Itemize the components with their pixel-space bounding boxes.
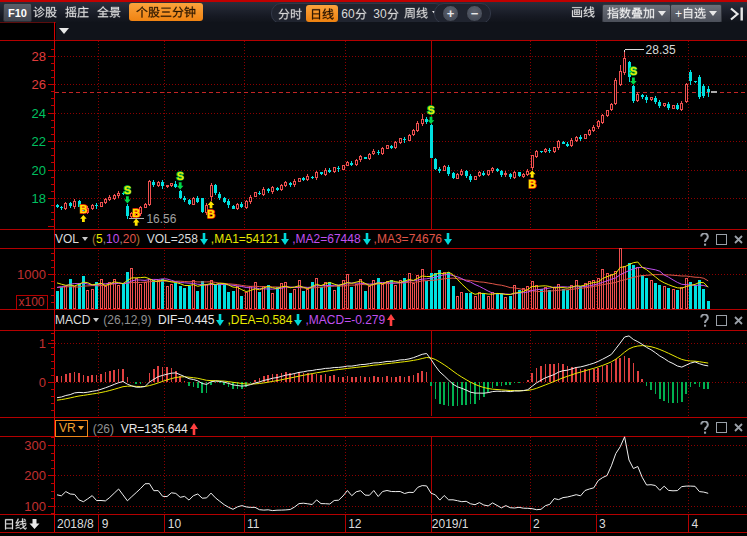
stock-chart-app: F10 60 30 + − + — [0, 0, 747, 536]
help-icon[interactable] — [700, 233, 709, 246]
help-icon[interactable] — [700, 314, 709, 327]
kline-chart-canvas[interactable]: 2018/891011122019/12341820222426281000x1… — [0, 0, 747, 536]
close-icon[interactable] — [734, 423, 743, 432]
svg-text:11: 11 — [247, 517, 260, 531]
svg-text:S: S — [124, 184, 131, 196]
vr-pane-buttons — [700, 421, 743, 434]
svg-text:1: 1 — [39, 336, 46, 351]
svg-text:20: 20 — [32, 163, 46, 178]
svg-text:x100: x100 — [18, 295, 44, 309]
svg-text:10: 10 — [168, 517, 182, 531]
vr-series — [57, 437, 708, 511]
svg-text:0: 0 — [39, 375, 46, 390]
svg-text:B: B — [132, 207, 140, 219]
svg-text:300: 300 — [24, 438, 46, 453]
svg-text:2: 2 — [533, 517, 540, 531]
candlestick-series — [56, 51, 718, 219]
chevron-down-icon — [82, 237, 88, 241]
indicator-selector-vr: VR(26) VR=135.644 — [55, 420, 201, 437]
svg-text:2019/1: 2019/1 — [432, 517, 469, 531]
svg-text:12: 12 — [348, 517, 362, 531]
svg-text:3: 3 — [599, 517, 606, 531]
macd-series — [57, 336, 708, 407]
bottom-period-label[interactable] — [3, 517, 40, 531]
buy-signal-marker: B — [132, 207, 140, 226]
macd-pane-header: MACD(26,12,9) DIF=0.445,DEA=0.584,MACD=-… — [55, 313, 398, 327]
vr-axis: 300200100 — [24, 438, 747, 514]
svg-text:24: 24 — [32, 106, 46, 121]
indicator-name: VOL — [55, 232, 79, 246]
close-icon[interactable] — [734, 316, 743, 325]
sell-signal-marker: S — [177, 170, 184, 190]
svg-text:100: 100 — [24, 499, 46, 514]
help-icon[interactable] — [700, 421, 709, 434]
svg-text:S: S — [177, 170, 184, 182]
svg-text:18: 18 — [32, 191, 46, 206]
maximize-icon[interactable] — [716, 422, 727, 433]
svg-text:4: 4 — [691, 517, 698, 531]
sell-signal-marker: S — [630, 65, 637, 85]
buy-signal-marker: B — [79, 203, 87, 222]
sell-signal-marker: S — [427, 104, 434, 124]
maximize-icon[interactable] — [716, 234, 727, 245]
month-gridlines — [99, 41, 689, 532]
svg-text:16.56: 16.56 — [146, 212, 176, 226]
sell-signal-marker: S — [124, 184, 131, 204]
svg-text:28.35: 28.35 — [646, 43, 676, 57]
date-axis-labels: 2018/891011122019/1234 — [57, 517, 698, 531]
arrow-down-icon — [29, 518, 40, 530]
price-axis: 182022242628 — [32, 49, 747, 227]
svg-text:2018/8: 2018/8 — [57, 517, 94, 531]
svg-text:26: 26 — [32, 77, 46, 92]
macd-axis: 10 — [39, 333, 747, 410]
svg-text:200: 200 — [24, 468, 46, 483]
svg-text:22: 22 — [32, 134, 46, 149]
vol-pane-header: VOL(5,10,20) VOL=258,MA1=54121,MA2=67448… — [55, 232, 455, 246]
buy-signal-marker: B — [528, 171, 536, 190]
maximize-icon[interactable] — [716, 315, 727, 326]
svg-text:B: B — [528, 178, 536, 190]
svg-text:1000: 1000 — [17, 267, 46, 282]
svg-text:S: S — [630, 65, 637, 77]
vol-pane-buttons — [700, 233, 743, 246]
trade-signals: BSBSBSBS — [79, 65, 637, 226]
svg-text:S: S — [427, 104, 434, 116]
svg-text:9: 9 — [102, 517, 109, 531]
volume-series — [56, 248, 710, 308]
svg-text:B: B — [79, 203, 87, 215]
svg-text:28: 28 — [32, 49, 46, 64]
buy-signal-marker: B — [207, 201, 215, 220]
close-icon[interactable] — [734, 235, 743, 244]
chevron-down-icon — [93, 318, 99, 322]
macd-pane-buttons — [700, 314, 743, 327]
svg-text:B: B — [207, 208, 215, 220]
indicator-name: MACD — [55, 313, 90, 327]
